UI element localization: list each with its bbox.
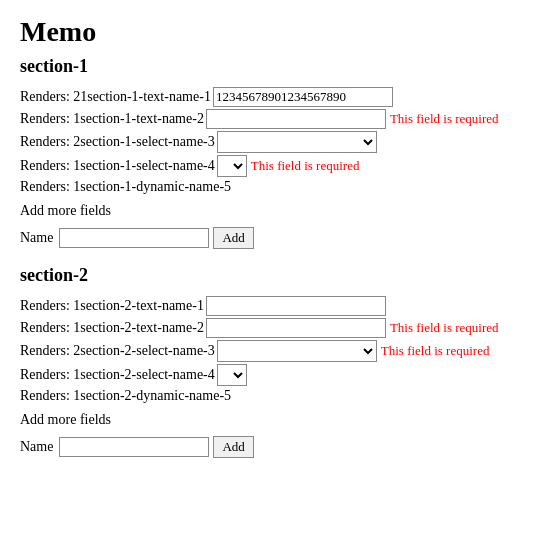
name-input-s2[interactable] xyxy=(59,437,209,457)
field-select-s2-4[interactable] xyxy=(217,364,247,386)
field-label-s1-4: Renders: 1section-1-select-name-4 xyxy=(20,158,215,174)
name-label-s1: Name xyxy=(20,230,53,246)
field-label-s2-4: Renders: 1section-2-select-name-4 xyxy=(20,367,215,383)
name-input-s1[interactable] xyxy=(59,228,209,248)
error-s2-2: This field is required xyxy=(390,320,499,336)
field-select-s1-3[interactable] xyxy=(217,131,377,153)
error-s1-4: This field is required xyxy=(251,158,360,174)
error-s2-3: This field is required xyxy=(381,343,490,359)
field-input-s2-2[interactable] xyxy=(206,318,386,338)
field-row-s2-2: Renders: 1section-2-text-name-2 This fie… xyxy=(20,318,534,338)
add-more-fields-s2[interactable]: Add more fields xyxy=(20,412,534,428)
error-s1-2: This field is required xyxy=(390,111,499,127)
field-label-s2-5: Renders: 1section-2-dynamic-name-5 xyxy=(20,388,231,404)
field-select-s2-3[interactable] xyxy=(217,340,377,362)
field-row-s1-1: Renders: 21section-1-text-name-1 xyxy=(20,87,534,107)
section-2: section-2 Renders: 1section-2-text-name-… xyxy=(20,265,534,458)
add-button-s2[interactable]: Add xyxy=(213,436,253,458)
add-more-fields-s1[interactable]: Add more fields xyxy=(20,203,534,219)
page-title: Memo xyxy=(20,16,534,48)
field-row-s1-2: Renders: 1section-1-text-name-2 This fie… xyxy=(20,109,534,129)
section-1: section-1 Renders: 21section-1-text-name… xyxy=(20,56,534,249)
section-2-heading: section-2 xyxy=(20,265,534,286)
field-input-s1-2[interactable] xyxy=(206,109,386,129)
field-input-s1-1[interactable] xyxy=(213,87,393,107)
field-label-s1-1: Renders: 21section-1-text-name-1 xyxy=(20,89,211,105)
field-row-s2-4: Renders: 1section-2-select-name-4 xyxy=(20,364,534,386)
field-label-s1-2: Renders: 1section-1-text-name-2 xyxy=(20,111,204,127)
field-label-s1-3: Renders: 2section-1-select-name-3 xyxy=(20,134,215,150)
field-label-s2-3: Renders: 2section-2-select-name-3 xyxy=(20,343,215,359)
name-label-s2: Name xyxy=(20,439,53,455)
field-input-s2-1[interactable] xyxy=(206,296,386,316)
add-button-s1[interactable]: Add xyxy=(213,227,253,249)
field-row-s1-3: Renders: 2section-1-select-name-3 xyxy=(20,131,534,153)
field-label-s2-2: Renders: 1section-2-text-name-2 xyxy=(20,320,204,336)
field-row-s2-3: Renders: 2section-2-select-name-3 This f… xyxy=(20,340,534,362)
field-row-s1-4: Renders: 1section-1-select-name-4 This f… xyxy=(20,155,534,177)
field-row-s2-1: Renders: 1section-2-text-name-1 xyxy=(20,296,534,316)
section-1-heading: section-1 xyxy=(20,56,534,77)
field-label-s1-5: Renders: 1section-1-dynamic-name-5 xyxy=(20,179,231,195)
field-label-s2-1: Renders: 1section-2-text-name-1 xyxy=(20,298,204,314)
name-row-s2: Name Add xyxy=(20,436,534,458)
name-row-s1: Name Add xyxy=(20,227,534,249)
field-row-s1-5: Renders: 1section-1-dynamic-name-5 xyxy=(20,179,534,195)
field-row-s2-5: Renders: 1section-2-dynamic-name-5 xyxy=(20,388,534,404)
field-select-s1-4[interactable] xyxy=(217,155,247,177)
